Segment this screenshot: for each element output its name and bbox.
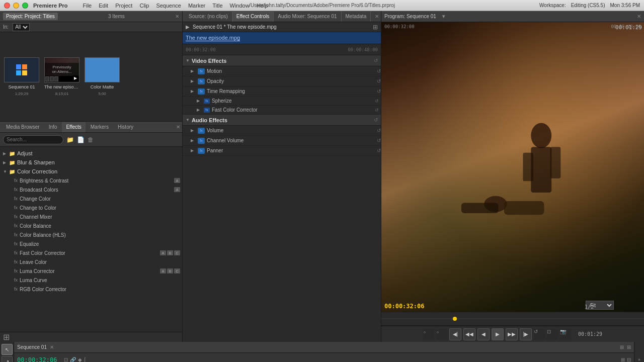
effect-fast-color-corrector[interactable]: fx Fast Color Corrector A B C [0,248,182,257]
add-effect-button[interactable]: ⊞ [3,332,10,342]
play-fwd-btn[interactable]: ▶▶ [506,328,518,340]
timeline-expand[interactable]: ⊞ [627,344,631,350]
tl-timecode[interactable]: 00:00:32:06 [17,356,57,363]
window-controls[interactable] [4,3,28,9]
tab-markers[interactable]: Markers [87,122,113,132]
prop-spherize[interactable]: ▶ fx Spherize ↺ [183,97,381,106]
program-dropdown[interactable]: ▼ [441,14,446,19]
filter-select[interactable]: All [13,23,30,31]
effect-color-balance[interactable]: fx Color Balance [0,221,182,230]
project-tab[interactable]: Project: Project: Titles [3,13,58,20]
tool-track-select[interactable]: ↗ [2,356,13,362]
project-item-video[interactable]: Previouslyon Aliens... ▶ The new episode… [44,57,79,96]
new-bin-button[interactable]: 📁 [66,136,74,143]
step-fwd-btn[interactable]: |▶ [520,328,532,340]
project-panel-close[interactable]: ✕ [175,14,179,19]
tab-history[interactable]: History [114,122,137,132]
effect-luma-corrector[interactable]: fx Luma Corrector A B C [0,266,182,276]
program-close[interactable]: ✕ [637,14,641,19]
timeline-settings[interactable]: ⊞ [620,344,624,350]
menu-project[interactable]: Project [115,3,132,9]
safe-margins-btn[interactable]: ⊡ [547,329,558,340]
effect-broadcast-colors[interactable]: fx Broadcast Colors A [0,185,182,194]
output-btn[interactable]: 📷 [560,329,571,340]
seq-expand-btn2[interactable]: ⊞ [373,24,378,31]
tab-effect-controls[interactable]: Effect Controls [232,12,274,22]
prop-motion[interactable]: ▶ fx Motion ↺ [183,66,381,76]
pan-reset[interactable]: ↺ [377,148,381,153]
folder-color-correction[interactable]: ▼ 📁 Color Correction [0,167,182,176]
folder-adjust[interactable]: ▶ 📁 Adjust [0,149,182,158]
opacity-reset[interactable]: ↺ [377,78,381,84]
menu-window[interactable]: Window [230,3,250,9]
effect-brightness-contrast[interactable]: fx Brightness & Contrast A [0,176,182,185]
tab-effects[interactable]: Effects [62,122,85,132]
prop-volume[interactable]: ▶ fx Volume ↺ [183,126,381,136]
effects-panel-close[interactable]: ✕ [176,124,180,130]
timeline-close[interactable]: ✕ [50,344,54,350]
sph-reset[interactable]: ↺ [375,99,381,104]
loop-btn[interactable]: ↺ [534,329,545,340]
menu-sequence[interactable]: Sequence [156,3,181,9]
project-item-sequence[interactable]: Sequence 01 1;29;29 [4,57,39,96]
menu-edit[interactable]: Edit [99,3,108,9]
prop-time-remapping[interactable]: ▶ fx Time Remapping ↺ [183,86,381,97]
rewind-btn[interactable]: ◀◀ [463,328,475,340]
effect-equalize[interactable]: fx Equalize [0,239,182,248]
play-back-btn[interactable]: ◀ [477,328,490,340]
effect-channel-mixer[interactable]: fx Channel Mixer [0,212,182,221]
cv-reset[interactable]: ↺ [377,138,381,143]
folder-blur[interactable]: ▶ 📁 Blur & Sharpen [0,158,182,167]
effect-change-color[interactable]: fx Change Color [0,194,182,203]
menu-clip[interactable]: Clip [139,3,149,9]
effect-luma-curve[interactable]: fx Luma Curve [0,276,182,285]
play-btn[interactable]: ▶ [492,328,504,340]
tr-label: Time Remapping [207,88,375,94]
prop-opacity[interactable]: ▶ fx Opacity ↺ [183,76,381,86]
ve-reset[interactable]: ↺ [374,58,378,63]
add-marker-btn[interactable]: ◆ [78,357,82,362]
tab-audio-mixer[interactable]: Audio Mixer: Sequence 01 [274,12,341,22]
progress-marker[interactable] [453,317,457,321]
menu-marker[interactable]: Marker [188,3,205,9]
seq-expand-btn[interactable]: ▶ [186,24,190,30]
effect-leave-color[interactable]: fx Leave Color [0,257,182,266]
delete-button[interactable]: 🗑 [88,136,94,143]
close-button[interactable] [4,3,10,9]
video-effects-header[interactable]: ▼ Video Effects ↺ [183,55,381,66]
menu-file[interactable]: File [83,3,92,9]
mark-in-btn[interactable]: ⬦ [423,329,434,340]
maximize-button[interactable] [22,3,28,9]
prop-panner[interactable]: ▶ fx Panner ↺ [183,146,381,156]
mark-out-btn[interactable]: ⬦ [436,329,447,340]
step-back-btn[interactable]: ◀| [449,328,461,340]
tl-right-btn[interactable]: ▲ [637,357,641,361]
center-panel-close[interactable]: ✕ [375,14,379,19]
project-item-color[interactable]: Color Matte 5;00 [85,57,120,96]
snap-btn[interactable]: ⊡ [64,357,68,362]
audio-effects-header[interactable]: ▼ Audio Effects ↺ [183,115,381,126]
effect-change-to-color[interactable]: fx Change to Color [0,203,182,212]
effect-color-balance-hls[interactable]: fx Color Balance (HLS) [0,230,182,239]
minimize-button[interactable] [13,3,19,9]
linked-select-btn[interactable]: 🔗 [70,357,76,362]
prop-fast-color-corrector[interactable]: ▶ fx Fast Color Corrector ↺ [183,106,381,115]
motion-reset[interactable]: ↺ [377,68,381,74]
tool-select[interactable]: ↖ [2,344,13,355]
vol-reset[interactable]: ↺ [377,128,381,133]
tab-source[interactable]: Source: (no clips) [185,12,232,22]
mark-clip-btn[interactable]: [ [84,357,86,362]
new-item-button[interactable]: 📄 [77,136,85,143]
ae-reset[interactable]: ↺ [374,117,378,123]
tab-media-browser[interactable]: Media Browser [2,122,44,132]
tab-metadata[interactable]: Metadata [342,12,371,22]
effects-search[interactable] [3,135,63,144]
tab-info[interactable]: Info [45,122,61,132]
effect-rgb-color-corrector[interactable]: fx RGB Color Corrector [0,285,182,294]
menu-title[interactable]: Title [212,3,222,9]
tl-settings-btn[interactable]: ⊟ [627,357,631,362]
tl-expand-btn[interactable]: ⊞ [621,357,625,362]
fcc-prop-reset[interactable]: ↺ [375,108,381,113]
prop-channel-volume[interactable]: ▶ fx Channel Volume ↺ [183,136,381,146]
tr-reset[interactable]: ↺ [377,88,381,94]
